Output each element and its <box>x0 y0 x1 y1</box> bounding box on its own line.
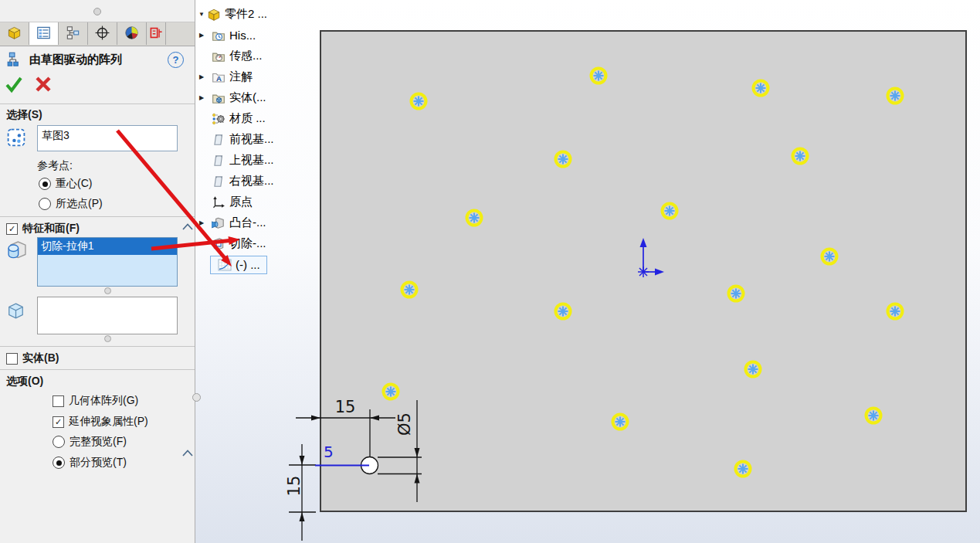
geometry-pattern-label: 几何体阵列(G) <box>69 394 138 408</box>
bodies-group-checkbox[interactable] <box>6 353 18 365</box>
partial-preview-radio[interactable] <box>53 456 65 469</box>
partial-preview-row[interactable]: 部分预览(T) <box>0 456 247 470</box>
boss-extrude-icon <box>212 216 226 230</box>
propagate-visual-checkbox[interactable] <box>53 416 64 428</box>
faces-select-icon <box>6 301 25 321</box>
tree-item-label: 上视基... <box>229 153 274 168</box>
tab-configurationmanager[interactable] <box>59 22 88 45</box>
tree-item-label: His... <box>229 29 256 42</box>
origin-point-marker <box>638 266 649 277</box>
partial-tab-icon <box>149 25 164 42</box>
dim-horizontal-15: 15 <box>335 398 356 416</box>
tree-item[interactable]: 传感... <box>196 46 320 66</box>
svg-text:A: A <box>216 73 222 82</box>
panel-splitter-handle[interactable] <box>192 393 201 402</box>
sketch-select-icon <box>6 127 26 148</box>
tree-item-label: 切除-... <box>229 236 266 251</box>
features-select-icon <box>5 239 29 262</box>
dim-highlighted-5: 5 <box>324 443 334 461</box>
annotations-folder-icon: A <box>212 70 226 84</box>
listbox-resize-grip[interactable] <box>104 335 111 342</box>
solidworks-window: 15 Ø5 15 5 <box>0 0 980 543</box>
tree-item-selected-box[interactable]: (-) ... <box>210 256 267 274</box>
tab-displaymanager[interactable] <box>117 22 147 45</box>
options-group-header[interactable]: 选项(O) <box>0 375 201 389</box>
configurationmanager-icon <box>66 25 80 42</box>
centroid-radio-label: 重心(C) <box>56 177 92 191</box>
centroid-radio[interactable] <box>39 178 51 190</box>
tree-item[interactable]: ▶A注解 <box>196 66 320 87</box>
material-icon <box>212 112 226 126</box>
tree-item-label: 材质 ... <box>229 111 266 126</box>
tree-item[interactable]: ▼零件2 ... <box>196 4 320 25</box>
expand-arrow-icon[interactable]: ▶ <box>196 32 207 39</box>
tree-item-label: (-) ... <box>236 258 260 271</box>
propagate-visual-row[interactable]: 延伸视象属性(P) <box>0 415 247 429</box>
selected-point-radio-label: 所选点(P) <box>56 197 103 211</box>
selected-point-radio[interactable] <box>39 198 51 210</box>
expand-arrow-icon[interactable]: ▶ <box>196 94 207 101</box>
tree-item[interactable]: 材质 ... <box>196 108 320 129</box>
tab-dimxpertmanager[interactable] <box>88 22 117 45</box>
pattern-sketch-input[interactable]: 草图3 <box>37 125 178 151</box>
dim-diameter-5: Ø5 <box>395 412 414 436</box>
plane-icon <box>212 133 226 147</box>
dimxpertmanager-icon <box>95 25 110 42</box>
features-group-header[interactable]: 特征和面(F) <box>0 222 201 236</box>
ok-button[interactable] <box>5 75 23 93</box>
propertymanager-icon <box>36 25 51 42</box>
tab-propertymanager[interactable] <box>29 22 59 45</box>
part-icon <box>207 8 221 22</box>
tab-extra[interactable] <box>147 22 166 45</box>
help-icon[interactable]: ? <box>168 52 184 68</box>
tree-item[interactable]: ▶实体(... <box>196 87 320 108</box>
cut-extrude-icon <box>212 237 226 251</box>
bodies-group-label: 实体(B) <box>22 351 59 365</box>
propagate-visual-label: 延伸视象属性(P) <box>69 415 148 429</box>
geometry-pattern-row[interactable]: 几何体阵列(G) <box>0 394 247 408</box>
panel-resize-grip[interactable] <box>93 8 101 15</box>
tree-item[interactable]: 前视基... <box>196 129 320 150</box>
geometry-pattern-checkbox[interactable] <box>53 395 64 407</box>
reference-point-label: 参考点: <box>0 159 232 173</box>
tree-item[interactable]: ▶His... <box>196 25 320 46</box>
selection-group-label: 选择(S) <box>6 108 42 122</box>
full-preview-label: 完整预览(F) <box>70 435 127 449</box>
manager-tabs <box>0 22 195 46</box>
features-group-checkbox[interactable] <box>6 223 18 235</box>
tree-item[interactable]: ▶凸台-... <box>196 212 320 233</box>
feature-list-item-selected[interactable]: 切除-拉伸1 <box>38 238 177 255</box>
property-manager-panel: 由草图驱动的阵列 ? 选择(S) 草图3 参考点: 重心(C) <box>0 0 195 543</box>
tree-item-label: 注解 <box>229 70 253 84</box>
cancel-button[interactable] <box>34 75 53 93</box>
expand-arrow-icon[interactable]: ▶ <box>196 73 207 80</box>
listbox-resize-grip[interactable] <box>104 287 111 294</box>
features-listbox[interactable]: 切除-拉伸1 <box>37 237 178 287</box>
tree-item[interactable]: (-) ... <box>196 254 320 275</box>
panel-title: 由草图驱动的阵列 <box>29 53 122 67</box>
solid-bodies-folder-icon <box>212 91 226 105</box>
panel-title-row: 由草图驱动的阵列 <box>0 48 195 71</box>
selection-group-header[interactable]: 选择(S) <box>0 108 201 122</box>
sketch-driven-pattern-icon <box>6 51 25 68</box>
faces-listbox[interactable] <box>37 297 178 334</box>
tree-item-label: 实体(... <box>229 90 266 105</box>
selected-point-radio-row[interactable]: 所选点(P) <box>0 197 233 211</box>
bodies-group-header[interactable]: 实体(B) <box>0 351 201 365</box>
tab-featuremanager[interactable] <box>0 22 29 45</box>
divider <box>0 369 195 370</box>
full-preview-row[interactable]: 完整预览(F) <box>0 435 247 449</box>
tree-item-label: 零件2 ... <box>225 7 267 22</box>
collapse-arrow-icon[interactable]: ▼ <box>196 11 207 18</box>
tree-item[interactable]: 切除-... <box>196 233 320 254</box>
partial-preview-label: 部分预览(T) <box>70 456 127 470</box>
history-folder-icon <box>212 29 226 42</box>
panel-top-strip <box>0 0 195 22</box>
centroid-radio-row[interactable]: 重心(C) <box>0 177 233 191</box>
featuremanager-part-icon <box>7 25 22 42</box>
tree-item-label: 右视基... <box>229 174 274 188</box>
dim-vertical-15: 15 <box>285 476 303 497</box>
tree-item-label: 凸台-... <box>229 216 266 230</box>
tree-item-label: 前视基... <box>229 132 274 147</box>
full-preview-radio[interactable] <box>53 436 65 448</box>
